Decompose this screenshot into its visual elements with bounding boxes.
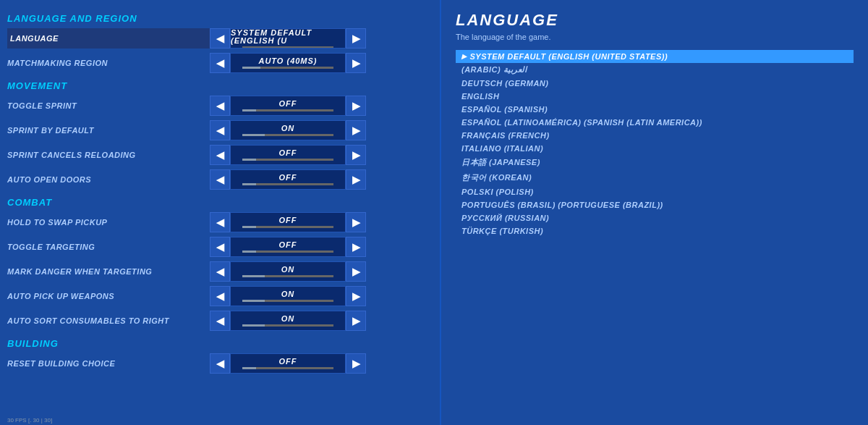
arrow-right-toggle-targeting[interactable]: ▶: [346, 237, 366, 257]
lang-item-portugues[interactable]: PORTUGUÊS (BRASIL) (PORTUGUESE (BRAZIL)): [456, 198, 854, 211]
value-bar-fill-auto-sort-consumables: [242, 324, 265, 327]
value-bar-fill-auto-pick-up-weapons: [242, 300, 265, 302]
setting-row-auto-pick-up-weapons: AUTO PICK UP WEAPONS◀ON▶: [7, 285, 440, 308]
setting-row-mark-danger: MARK DANGER WHEN TARGETING◀ON▶: [7, 260, 440, 283]
arrow-left-language[interactable]: ◀: [210, 28, 230, 49]
value-text-auto-sort-consumables: ON: [281, 315, 295, 323]
arrow-left-matchmaking-region[interactable]: ◀: [210, 53, 230, 73]
value-box-toggle-sprint: OFF: [230, 96, 346, 116]
arrow-left-sprint-cancels-reloading[interactable]: ◀: [210, 145, 230, 165]
control-reset-building-choice: ◀OFF▶: [210, 353, 366, 374]
label-toggle-sprint: TOGGLE SPRINT: [7, 101, 210, 110]
control-toggle-targeting: ◀OFF▶: [210, 237, 366, 257]
value-text-sprint-by-default: ON: [281, 125, 295, 132]
right-panel: LANGUAGE The language of the game. SYSTE…: [441, 0, 868, 425]
arrow-left-sprint-by-default[interactable]: ◀: [210, 120, 230, 140]
value-bar-language: [242, 46, 333, 48]
control-auto-pick-up-weapons: ◀ON▶: [210, 286, 366, 306]
setting-row-matchmaking-region: MATCHMAKING REGION◀AUTO (40MS)▶: [7, 51, 440, 75]
value-box-matchmaking-region: AUTO (40MS): [230, 53, 346, 73]
arrow-right-toggle-sprint[interactable]: ▶: [346, 96, 366, 116]
section-header-language-region: LANGUAGE AND REGION: [7, 13, 440, 24]
setting-row-auto-sort-consumables: AUTO SORT CONSUMABLES TO RIGHT◀ON▶: [7, 309, 440, 332]
arrow-left-toggle-sprint[interactable]: ◀: [210, 96, 230, 116]
label-matchmaking-region: MATCHMAKING REGION: [7, 59, 210, 67]
value-bar-sprint-by-default: [242, 134, 333, 136]
value-box-auto-open-doors: OFF: [230, 169, 346, 190]
language-subtitle: The language of the game.: [456, 33, 854, 41]
arrow-right-language[interactable]: ▶: [346, 28, 366, 49]
setting-row-sprint-cancels-reloading: SPRINT CANCELS RELOADING◀OFF▶: [7, 143, 440, 167]
value-bar-fill-sprint-by-default: [242, 134, 265, 136]
arrow-right-sprint-by-default[interactable]: ▶: [346, 120, 366, 140]
control-mark-danger: ◀ON▶: [210, 261, 366, 282]
arrow-right-mark-danger[interactable]: ▶: [346, 261, 366, 282]
lang-item-korean[interactable]: 한국어 (KOREAN): [456, 170, 854, 185]
lang-item-arabic[interactable]: (ARABIC) العربية: [456, 63, 854, 77]
label-language: LANGUAGE: [7, 28, 210, 49]
arrow-right-auto-open-doors[interactable]: ▶: [346, 169, 366, 190]
arrow-left-hold-to-swap[interactable]: ◀: [210, 212, 230, 232]
setting-row-toggle-sprint: TOGGLE SPRINT◀OFF▶: [7, 94, 440, 117]
lang-item-espanol-latin[interactable]: ESPAÑOL (LATINOAMÉRICA) (SPANISH (LATIN …: [456, 116, 854, 129]
lang-item-polski[interactable]: POLSKI (POLISH): [456, 185, 854, 198]
value-box-language: SYSTEM DEFAULT (ENGLISH (U: [230, 28, 346, 49]
section-header-building: BUILDING: [7, 338, 440, 349]
value-bar-toggle-targeting: [242, 251, 333, 253]
control-sprint-cancels-reloading: ◀OFF▶: [210, 145, 366, 165]
value-box-toggle-targeting: OFF: [230, 237, 346, 257]
value-box-sprint-cancels-reloading: OFF: [230, 145, 346, 165]
lang-item-english[interactable]: ENGLISH: [456, 90, 854, 103]
value-bar-fill-toggle-targeting: [242, 251, 256, 253]
arrow-left-auto-open-doors[interactable]: ◀: [210, 169, 230, 190]
lang-item-japanese[interactable]: 日本語 (JAPANESE): [456, 155, 854, 170]
value-bar-auto-open-doors: [242, 183, 333, 185]
value-bar-toggle-sprint: [242, 109, 333, 111]
lang-item-francais[interactable]: FRANÇAIS (FRENCH): [456, 129, 854, 142]
lang-item-russian[interactable]: РУССКИЙ (RUSSIAN): [456, 211, 854, 224]
value-text-auto-pick-up-weapons: ON: [281, 290, 295, 298]
value-bar-fill-auto-open-doors: [242, 183, 256, 185]
arrow-left-reset-building-choice[interactable]: ◀: [210, 353, 230, 374]
lang-item-deutsch[interactable]: DEUTSCH (GERMAN): [456, 77, 854, 90]
setting-row-language: LANGUAGE◀SYSTEM DEFAULT (ENGLISH (U▶: [7, 27, 440, 50]
value-bar-fill-reset-building-choice: [242, 367, 256, 369]
control-language: ◀SYSTEM DEFAULT (ENGLISH (U▶: [210, 28, 366, 49]
arrow-left-auto-sort-consumables[interactable]: ◀: [210, 311, 230, 331]
setting-row-reset-building-choice: RESET BUILDING CHOICE◀OFF▶: [7, 352, 440, 375]
language-list: SYSTEM DEFAULT (ENGLISH (UNITED STATES))…: [456, 50, 854, 237]
value-box-reset-building-choice: OFF: [230, 353, 346, 374]
setting-row-sprint-by-default: SPRINT BY DEFAULT◀ON▶: [7, 119, 440, 142]
value-box-auto-sort-consumables: ON: [230, 311, 346, 331]
arrow-right-matchmaking-region[interactable]: ▶: [346, 53, 366, 73]
value-text-toggle-targeting: OFF: [279, 241, 297, 249]
arrow-right-sprint-cancels-reloading[interactable]: ▶: [346, 145, 366, 165]
arrow-right-hold-to-swap[interactable]: ▶: [346, 212, 366, 232]
arrow-left-toggle-targeting[interactable]: ◀: [210, 237, 230, 257]
lang-item-system-default[interactable]: SYSTEM DEFAULT (ENGLISH (UNITED STATES)): [456, 50, 854, 63]
value-text-auto-open-doors: OFF: [279, 174, 297, 182]
control-auto-open-doors: ◀OFF▶: [210, 169, 366, 190]
value-bar-fill-mark-danger: [242, 275, 265, 277]
label-mark-danger: MARK DANGER WHEN TARGETING: [7, 267, 210, 276]
lang-item-turkce[interactable]: TÜRKÇE (TURKISH): [456, 224, 854, 237]
value-box-sprint-by-default: ON: [230, 120, 346, 140]
setting-row-hold-to-swap: HOLD TO SWAP PICKUP◀OFF▶: [7, 211, 440, 234]
fps-display: 30 FPS [. 30 | 30]: [7, 417, 52, 424]
arrow-right-reset-building-choice[interactable]: ▶: [346, 353, 366, 374]
arrow-left-mark-danger[interactable]: ◀: [210, 261, 230, 282]
value-bar-auto-pick-up-weapons: [242, 300, 333, 302]
control-sprint-by-default: ◀ON▶: [210, 120, 366, 140]
value-text-hold-to-swap: OFF: [279, 216, 297, 224]
arrow-left-auto-pick-up-weapons[interactable]: ◀: [210, 286, 230, 306]
arrow-right-auto-sort-consumables[interactable]: ▶: [346, 311, 366, 331]
arrow-right-auto-pick-up-weapons[interactable]: ▶: [346, 286, 366, 306]
label-reset-building-choice: RESET BUILDING CHOICE: [7, 359, 210, 368]
left-panel: LANGUAGE AND REGIONLANGUAGE◀SYSTEM DEFAU…: [0, 0, 441, 425]
label-sprint-cancels-reloading: SPRINT CANCELS RELOADING: [7, 151, 210, 159]
section-header-combat: COMBAT: [7, 197, 440, 208]
label-hold-to-swap: HOLD TO SWAP PICKUP: [7, 218, 210, 227]
label-auto-sort-consumables: AUTO SORT CONSUMABLES TO RIGHT: [7, 316, 210, 325]
lang-item-italiano[interactable]: ITALIANO (ITALIAN): [456, 142, 854, 155]
lang-item-espanol[interactable]: ESPAÑOL (SPANISH): [456, 103, 854, 116]
